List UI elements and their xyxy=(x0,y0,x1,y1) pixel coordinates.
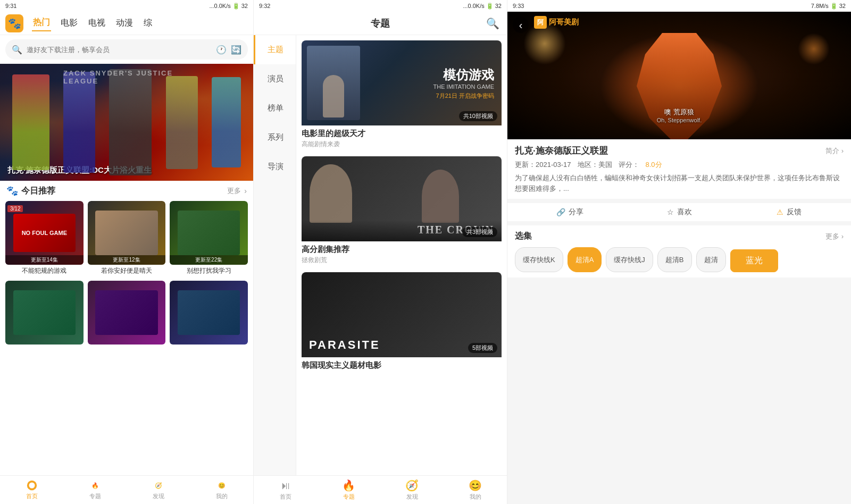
p2-bottom-home[interactable]: ⏯ 首页 xyxy=(254,476,317,504)
card-title-3: 别想打扰我学习 xyxy=(170,266,248,275)
tab-movie[interactable]: 电影 xyxy=(60,15,79,31)
tab-variety[interactable]: 综 xyxy=(143,15,153,31)
card-img-3: 更新至22集 xyxy=(170,201,248,265)
topic-overlay-2: 共3部视频 xyxy=(462,227,497,237)
movie-update: 更新：2021-03-17 xyxy=(515,160,571,170)
search-bar-1[interactable]: 🔍 🕐 🔄 xyxy=(5,39,248,60)
bottom-nav-topic[interactable]: 🔥 专题 xyxy=(63,476,127,504)
sidebar-actor[interactable]: 演员 xyxy=(254,64,296,94)
network-speed-1: ...0.0K/s xyxy=(209,3,230,9)
bottom-nav-profile-label: 我的 xyxy=(216,492,228,500)
card-img-4 xyxy=(5,281,84,345)
p2-bottom-topic[interactable]: 🔥 专题 xyxy=(317,476,380,504)
topic-card-1[interactable]: 模仿游戏 THE IMITATION GAME 7月21日 开启战争密码 共10… xyxy=(302,40,502,149)
p2-bottom-profile[interactable]: 😊 我的 xyxy=(444,476,507,504)
video-player[interactable]: ‹ 阿 阿哥美剧 噢 荒原狼 Oh, Steppenwolf. xyxy=(507,12,851,139)
network-speed-2: ...0.0K/s xyxy=(463,3,484,9)
p2-discover-label: 发现 xyxy=(406,493,418,501)
sidebar-series[interactable]: 系列 xyxy=(254,123,296,152)
topic-icon: 🔥 xyxy=(89,480,101,491)
cards-row-1: 3/12 更新至14集 NO FOUL GAME 不能犯规的游戏 更新至12集 … xyxy=(0,199,253,279)
today-title: 今日推荐 xyxy=(21,186,224,197)
topic-overlay-1: 共10部视频 xyxy=(459,111,497,121)
p2-discover-icon: 🧭 xyxy=(405,479,419,492)
card-2[interactable]: 更新至12集 若你安好便是晴天 xyxy=(88,201,166,275)
topic-card-3[interactable]: PARASITE 5部视频 韩国现实主义题材电影 xyxy=(302,272,502,372)
bottom-nav-profile[interactable]: 😊 我的 xyxy=(190,476,253,504)
episode-section: 选集 更多 › 缓存快线K 超清A 缓存快线J 超清B 超清 蓝光 xyxy=(507,225,851,278)
logo-text-3: 阿哥美剧 xyxy=(549,18,579,27)
logo-icon-3: 阿 xyxy=(534,16,547,29)
card-update-3: 更新至22集 xyxy=(170,255,248,265)
time-3: 9:33 xyxy=(513,3,524,9)
card-1[interactable]: 3/12 更新至14集 NO FOUL GAME 不能犯规的游戏 xyxy=(5,201,84,275)
quality-super[interactable]: 超清 xyxy=(696,247,726,272)
search-icon-2[interactable]: 🔍 xyxy=(486,17,499,30)
panel-home: 9:31 ...0.0K/s 🔋 32 🐾 热门 电影 电视 动漫 综 🔍 🕐 … xyxy=(0,0,254,504)
topic-main-text-3: PARASITE xyxy=(309,338,380,352)
quality-cache-j[interactable]: 缓存快线J xyxy=(606,247,653,272)
status-icons-2: ...0.0K/s 🔋 32 xyxy=(463,3,502,10)
today-header: 🐾 今日推荐 更多 › xyxy=(0,181,253,199)
movie-score-label: 评分： xyxy=(619,160,639,170)
p2-profile-label: 我的 xyxy=(470,493,481,501)
sidebar-theme[interactable]: 主题 xyxy=(254,35,296,64)
search-input-1[interactable] xyxy=(27,46,212,54)
like-button[interactable]: ☆ 喜欢 xyxy=(624,207,734,217)
bottom-nav-discover[interactable]: 🧭 发现 xyxy=(127,476,190,504)
bottom-nav-discover-label: 发现 xyxy=(153,492,164,500)
sidebar-director[interactable]: 导演 xyxy=(254,152,296,181)
p2-content: 主题 演员 榜单 系列 导演 模仿游戏 THE IMITATION GAME 7… xyxy=(254,35,507,475)
tab-tv[interactable]: 电视 xyxy=(87,15,106,31)
p2-sidebar: 主题 演员 榜单 系列 导演 xyxy=(254,35,296,475)
hero-banner[interactable]: ZACK SNYDER'S JUSTICE LEAGUE 扎克·施奈德版正义联盟… xyxy=(0,64,253,181)
bottom-nav-home[interactable]: 首页 xyxy=(0,476,63,504)
p2-topic-label: 专题 xyxy=(343,493,355,501)
search-icon-1: 🔍 xyxy=(12,45,22,55)
feedback-button[interactable]: ⚠ 反馈 xyxy=(734,207,844,217)
card-6[interactable] xyxy=(170,281,248,346)
card-img-5 xyxy=(88,281,166,345)
card-img-6 xyxy=(170,281,248,345)
card-badge-1: 3/12 xyxy=(7,205,23,212)
svg-point-1 xyxy=(29,483,35,489)
topic-title-2: 高分剧集推荐 xyxy=(302,245,502,255)
battery-icon-1: 🔋 xyxy=(232,3,240,10)
quality-super-a[interactable]: 超清A xyxy=(568,247,602,272)
topic-overlay-3: 5部视频 xyxy=(468,343,497,353)
p2-title-bar: 专题 🔍 xyxy=(254,12,507,35)
intro-button[interactable]: 简介 › xyxy=(825,146,844,156)
p2-bottom-discover[interactable]: 🧭 发现 xyxy=(380,476,444,504)
subtitle-en: Oh, Steppenwolf. xyxy=(657,117,702,123)
time-2: 9:32 xyxy=(259,3,270,9)
quality-bluray[interactable]: 蓝光 xyxy=(730,249,778,272)
tab-hot[interactable]: 热门 xyxy=(32,15,51,31)
history-icon: 🕐 xyxy=(216,45,227,55)
episode-title: 选集 xyxy=(515,231,532,242)
feedback-label: 反馈 xyxy=(787,207,802,217)
episode-more[interactable]: 更多 › xyxy=(825,232,844,241)
back-button[interactable]: ‹ xyxy=(513,17,529,33)
card-img-1: 3/12 更新至14集 NO FOUL GAME xyxy=(5,201,84,265)
tab-anime[interactable]: 动漫 xyxy=(115,15,134,31)
p2-profile-icon: 😊 xyxy=(469,479,482,492)
p2-topic-icon: 🔥 xyxy=(342,479,355,492)
share-button[interactable]: 🔗 分享 xyxy=(515,207,624,217)
sidebar-chart[interactable]: 榜单 xyxy=(254,94,296,123)
card-3[interactable]: 更新至22集 别想打扰我学习 xyxy=(170,201,248,275)
card-4[interactable] xyxy=(5,281,84,346)
status-bar-3: 9:33 7.8M/s 🔋 32 xyxy=(507,0,851,12)
warning-icon: ⚠ xyxy=(777,208,783,216)
refresh-icon: 🔄 xyxy=(231,45,241,55)
topic-extra-1: 7月21日 开启战争密码 xyxy=(436,92,494,100)
p2-header: 9:32 ...0.0K/s 🔋 32 专题 🔍 xyxy=(254,0,507,35)
battery-level-3: 32 xyxy=(839,3,846,9)
topic-card-2[interactable]: THE CROWN 共3部视频 高分剧集推荐 拯救剧荒 xyxy=(302,156,502,265)
card-5[interactable] xyxy=(88,281,166,346)
today-more[interactable]: 更多 xyxy=(227,186,241,196)
quality-cache-k[interactable]: 缓存快线K xyxy=(515,247,563,272)
panel-topics: 9:32 ...0.0K/s 🔋 32 专题 🔍 主题 演员 榜单 系列 导演 xyxy=(254,0,507,504)
movie-title: 扎克·施奈德版正义联盟 xyxy=(515,145,608,157)
topic-sub-2: 拯救剧荒 xyxy=(302,256,502,265)
quality-super-b[interactable]: 超清B xyxy=(657,247,692,272)
